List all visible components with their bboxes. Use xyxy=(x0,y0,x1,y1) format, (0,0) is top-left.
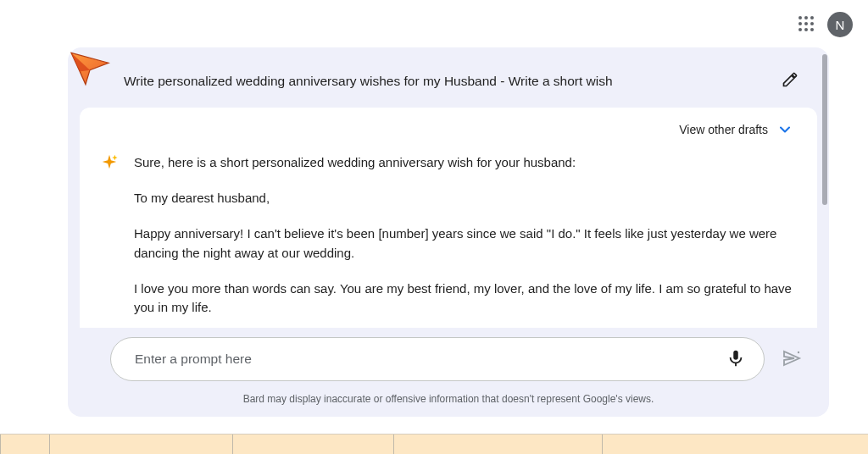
response-intro: Sure, here is a short personalized weddi… xyxy=(134,153,797,172)
tab-segment[interactable] xyxy=(602,435,868,454)
google-apps-icon[interactable] xyxy=(798,16,815,33)
response-paragraph: I love you more than words can say. You … xyxy=(134,280,797,317)
prompt-input[interactable] xyxy=(135,352,721,367)
edit-prompt-button[interactable] xyxy=(776,66,804,96)
tab-segment[interactable] xyxy=(0,435,49,454)
send-button[interactable] xyxy=(776,343,807,376)
response-paragraph: Happy anniversary! I can't believe it's … xyxy=(134,224,797,262)
conversation-card: Write personalized wedding anniversary w… xyxy=(68,47,829,417)
prompt-title: Write personalized wedding anniversary w… xyxy=(124,74,776,89)
tab-segment[interactable] xyxy=(393,435,602,454)
sparkle-icon xyxy=(100,153,119,172)
mic-button[interactable] xyxy=(721,344,750,375)
response-text: Sure, here is a short personalized weddi… xyxy=(134,153,797,328)
avatar[interactable]: N xyxy=(827,12,853,37)
disclaimer-text: Bard may display inaccurate or offensive… xyxy=(68,393,829,405)
chevron-down-icon[interactable] xyxy=(776,121,793,138)
prompt-input-container[interactable] xyxy=(110,337,765,381)
view-other-drafts-link[interactable]: View other drafts xyxy=(679,123,768,136)
tab-segment[interactable] xyxy=(232,435,393,454)
microphone-icon xyxy=(726,349,745,368)
bottom-tab-strip xyxy=(0,434,868,454)
response-paragraph: To my dearest husband, xyxy=(134,189,797,208)
pencil-icon xyxy=(782,71,798,88)
paper-plane-icon xyxy=(67,46,113,91)
svg-point-1 xyxy=(798,351,799,352)
scrollbar-thumb[interactable] xyxy=(822,54,827,205)
response-panel: View other drafts Sure, here is a short … xyxy=(80,108,817,328)
send-icon xyxy=(782,348,802,368)
tab-segment[interactable] xyxy=(49,435,232,454)
